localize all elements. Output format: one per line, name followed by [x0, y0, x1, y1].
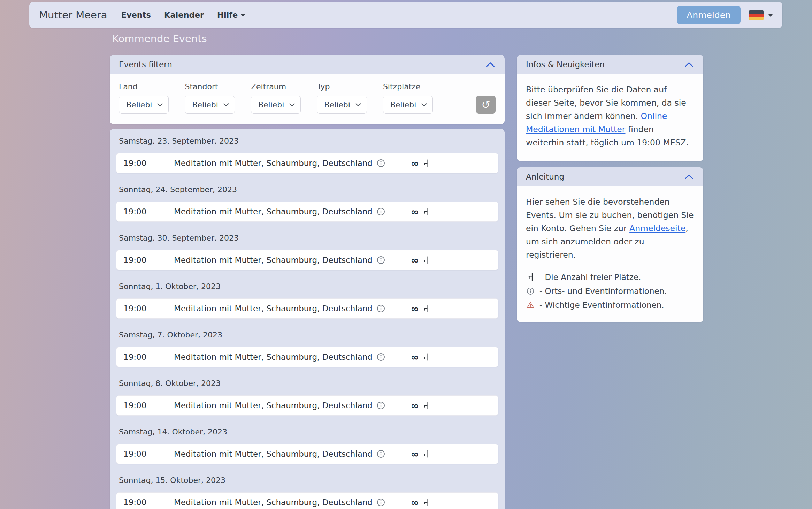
- typ-select[interactable]: Beliebi: [317, 96, 367, 114]
- main-column: Events filtern Land Beliebi Standort Bel: [110, 55, 505, 509]
- chevron-down-icon: [289, 103, 295, 106]
- event-row[interactable]: 19:00 Meditation mit Mutter, Schaumburg,…: [116, 444, 498, 464]
- event-time: 19:00: [123, 498, 174, 507]
- event-title: Meditation mit Mutter, Schaumburg, Deuts…: [174, 304, 385, 313]
- legend-text: - Wichtige Eventinformationen.: [539, 300, 664, 310]
- info-panel-body: Bitte überprüfen Sie die Daten auf diese…: [517, 74, 703, 161]
- collapse-button[interactable]: [485, 61, 496, 68]
- sitzplaetze-select[interactable]: Beliebi: [383, 96, 433, 114]
- nav-links: Events Kalender Hilfe: [121, 10, 245, 20]
- event-row[interactable]: 19:00 Meditation mit Mutter, Schaumburg,…: [116, 202, 498, 222]
- legend-item-info: - Orts- und Eventinformationen.: [526, 286, 694, 296]
- row-icons: ∞: [411, 202, 428, 221]
- land-select[interactable]: Beliebi: [119, 96, 169, 114]
- event-time: 19:00: [123, 449, 174, 458]
- page-title: Kommende Events: [112, 33, 207, 45]
- infinity-capacity-icon: ∞: [411, 207, 419, 216]
- info-icon[interactable]: [377, 450, 385, 458]
- info-icon[interactable]: [377, 353, 385, 361]
- row-icons: ∞: [411, 396, 428, 415]
- collapse-button[interactable]: [684, 61, 694, 68]
- chevron-down-icon: [157, 103, 163, 106]
- event-title: Meditation mit Mutter, Schaumburg, Deuts…: [174, 256, 385, 265]
- nav-item-label: Events: [121, 10, 151, 20]
- info-icon[interactable]: [377, 159, 385, 167]
- event-group: Samstag, 30. September, 2023 19:00 Medit…: [116, 234, 498, 270]
- info-icon[interactable]: [377, 207, 385, 216]
- chair-icon: [423, 353, 428, 361]
- filter-panel-title: Events filtern: [119, 60, 172, 69]
- event-row[interactable]: 19:00 Meditation mit Mutter, Schaumburg,…: [116, 153, 498, 173]
- event-title-text: Meditation mit Mutter, Schaumburg, Deuts…: [174, 352, 373, 362]
- brand-logo[interactable]: Mutter Meera: [39, 9, 107, 21]
- navbar: Mutter Meera Events Kalender Hilfe Anmel…: [29, 2, 782, 28]
- chair-icon: [423, 256, 428, 264]
- chair-icon: [526, 273, 535, 282]
- filter-panel-body: Land Beliebi Standort Beliebi Zeitraum: [110, 74, 505, 124]
- zeitraum-select[interactable]: Beliebi: [251, 96, 301, 114]
- event-date-header: Sonntag, 24. September, 2023: [119, 185, 496, 194]
- event-date-header: Samstag, 30. September, 2023: [119, 234, 496, 242]
- chevron-up-icon: [684, 62, 694, 67]
- guide-panel-title: Anleitung: [526, 172, 564, 181]
- filter-label: Typ: [317, 82, 367, 91]
- guide-text: Hier sehen Sie die bevorstehenden Events…: [526, 195, 694, 261]
- info-icon[interactable]: [377, 304, 385, 313]
- info-icon[interactable]: [377, 498, 385, 507]
- login-button[interactable]: Anmelden: [677, 6, 741, 24]
- event-title-text: Meditation mit Mutter, Schaumburg, Deuts…: [174, 207, 373, 216]
- chair-icon: [423, 450, 428, 458]
- infinity-capacity-icon: ∞: [411, 352, 419, 362]
- event-group: Sonntag, 8. Oktober, 2023 19:00 Meditati…: [116, 379, 498, 416]
- event-row[interactable]: 19:00 Meditation mit Mutter, Schaumburg,…: [116, 492, 498, 509]
- event-title-text: Meditation mit Mutter, Schaumburg, Deuts…: [174, 159, 373, 168]
- event-date-header: Sonntag, 15. Oktober, 2023: [119, 476, 496, 485]
- side-column: Infos & Neuigkeiten Bitte überprüfen Sie…: [517, 55, 703, 328]
- caret-down-icon: [241, 14, 245, 17]
- row-icons: ∞: [411, 444, 428, 464]
- event-group: Sonntag, 1. Oktober, 2023 19:00 Meditati…: [116, 282, 498, 319]
- filter-label: Zeitraum: [251, 82, 301, 91]
- german-flag-icon: [749, 10, 764, 20]
- filter-group-land: Land Beliebi: [119, 82, 169, 114]
- event-group: Samstag, 7. Oktober, 2023 19:00 Meditati…: [116, 331, 498, 367]
- event-title: Meditation mit Mutter, Schaumburg, Deuts…: [174, 449, 385, 458]
- guide-panel: Anleitung Hier sehen Sie die bevorstehen…: [517, 167, 703, 322]
- nav-item-label: Hilfe: [217, 10, 238, 20]
- legend-item-seats: - Die Anzahl freier Plätze.: [526, 272, 694, 282]
- standort-select[interactable]: Beliebi: [185, 96, 235, 114]
- event-date-header: Sonntag, 1. Oktober, 2023: [119, 282, 496, 291]
- chevron-up-icon: [684, 174, 694, 180]
- events-list: Samstag, 23. September, 2023 19:00 Medit…: [110, 129, 505, 509]
- filter-label: Standort: [185, 82, 235, 91]
- event-row[interactable]: 19:00 Meditation mit Mutter, Schaumburg,…: [116, 298, 498, 319]
- info-panel-title: Infos & Neuigkeiten: [526, 60, 605, 69]
- language-selector[interactable]: [749, 10, 773, 20]
- infinity-capacity-icon: ∞: [411, 159, 419, 168]
- event-row[interactable]: 19:00 Meditation mit Mutter, Schaumburg,…: [116, 395, 498, 416]
- collapse-button[interactable]: [684, 174, 694, 180]
- nav-item-events[interactable]: Events: [121, 10, 151, 20]
- reset-filters-button[interactable]: ↺: [476, 96, 496, 114]
- info-icon[interactable]: [377, 401, 385, 410]
- nav-item-hilfe[interactable]: Hilfe: [217, 10, 245, 20]
- anmeldeseite-link[interactable]: Anmeldeseite: [629, 223, 685, 233]
- warning-icon: [526, 302, 535, 309]
- nav-item-kalender[interactable]: Kalender: [164, 10, 204, 20]
- select-value: Beliebi: [126, 100, 152, 109]
- event-title: Meditation mit Mutter, Schaumburg, Deuts…: [174, 498, 385, 507]
- info-panel-header: Infos & Neuigkeiten: [517, 55, 703, 74]
- event-row[interactable]: 19:00 Meditation mit Mutter, Schaumburg,…: [116, 347, 498, 367]
- legend-item-warning: - Wichtige Eventinformationen.: [526, 300, 694, 310]
- filter-label: Sitzplätze: [383, 82, 433, 91]
- event-time: 19:00: [123, 207, 174, 216]
- event-row[interactable]: 19:00 Meditation mit Mutter, Schaumburg,…: [116, 250, 498, 270]
- navbar-right: Anmelden: [677, 6, 773, 24]
- info-icon[interactable]: [377, 256, 385, 264]
- info-panel: Infos & Neuigkeiten Bitte überprüfen Sie…: [517, 55, 703, 161]
- legend-text: - Orts- und Eventinformationen.: [539, 286, 667, 296]
- event-title: Meditation mit Mutter, Schaumburg, Deuts…: [174, 352, 385, 362]
- chair-icon: [423, 498, 428, 507]
- filter-panel-header: Events filtern: [110, 55, 505, 74]
- infinity-capacity-icon: ∞: [411, 304, 419, 313]
